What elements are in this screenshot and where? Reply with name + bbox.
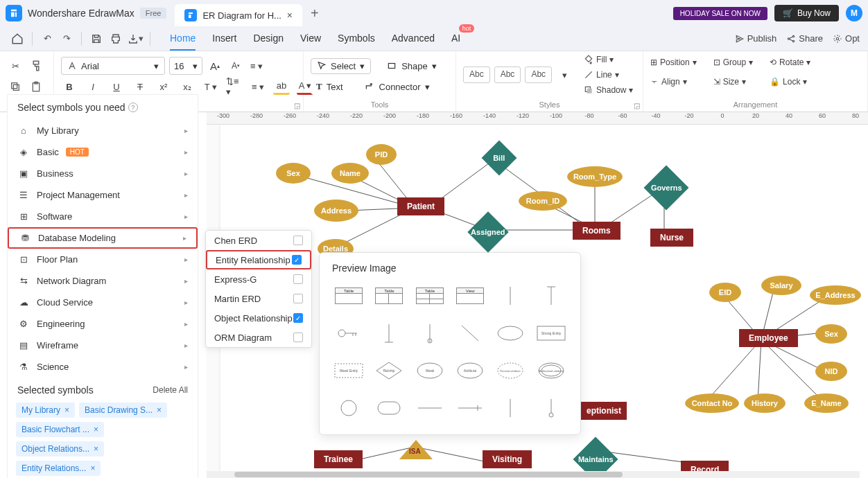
entity-visiting[interactable]: Visiting bbox=[483, 450, 532, 468]
preview-view[interactable]: View bbox=[453, 283, 487, 308]
select-tool[interactable]: Select ▾ bbox=[311, 58, 371, 74]
attr-roomid[interactable]: Room_ID bbox=[519, 191, 567, 211]
underline-icon[interactable]: U bbox=[108, 78, 125, 95]
line-spacing-icon[interactable]: ⇅≡ ▾ bbox=[226, 78, 243, 95]
line-button[interactable]: Line ▾ bbox=[584, 68, 633, 82]
print-icon[interactable] bbox=[107, 30, 125, 48]
tag-my-library[interactable]: My Library× bbox=[16, 402, 75, 418]
preview-table1[interactable]: Table bbox=[332, 283, 365, 308]
submenu-entity-relationship[interactable]: Entity Relationship✓ bbox=[206, 250, 311, 269]
style-preset-2[interactable]: Abc bbox=[494, 67, 521, 83]
shape-tool[interactable]: Shape ▾ bbox=[381, 59, 442, 73]
entity-trainee[interactable]: Trainee bbox=[314, 450, 363, 468]
tab-design[interactable]: Design bbox=[253, 27, 284, 51]
remove-tag-icon[interactable]: × bbox=[64, 405, 69, 415]
publish-button[interactable]: Publish bbox=[735, 33, 777, 44]
preview-weak-entity[interactable]: Weak Entity bbox=[332, 358, 365, 383]
preview-relship[interactable]: Relship bbox=[372, 358, 406, 383]
tag-entity-relations[interactable]: Entity Relations...× bbox=[16, 461, 101, 476]
user-avatar[interactable]: M bbox=[846, 5, 862, 21]
preview-attribute[interactable]: Attribute bbox=[453, 358, 487, 383]
remove-tag-icon[interactable]: × bbox=[157, 405, 162, 415]
style-preset-3[interactable]: Abc bbox=[525, 67, 552, 83]
preview-line1[interactable] bbox=[494, 283, 527, 308]
attr-contact[interactable]: Contact No bbox=[685, 393, 739, 413]
share-button[interactable]: Share bbox=[786, 33, 823, 44]
new-tab-button[interactable]: + bbox=[311, 6, 319, 21]
category-business[interactable]: ▣Business▸ bbox=[8, 163, 198, 184]
align-icon[interactable]: ≡ ▾ bbox=[248, 57, 265, 74]
preview-hline-bar[interactable] bbox=[453, 396, 487, 421]
font-dialog-launcher[interactable]: ◲ bbox=[294, 102, 300, 109]
category-cloud-service[interactable]: ☁Cloud Service▸ bbox=[8, 292, 198, 313]
tab-symbols[interactable]: Symbols bbox=[338, 27, 375, 51]
entity-patient[interactable]: Patient bbox=[397, 197, 444, 215]
remove-tag-icon[interactable]: × bbox=[94, 425, 98, 434]
format-painter-icon[interactable] bbox=[28, 57, 44, 74]
category-project-management[interactable]: ☰Project Management▸ bbox=[8, 184, 198, 206]
submenu-object-relationship[interactable]: Object Relationship✓ bbox=[206, 308, 311, 328]
case-icon[interactable]: T ▾ bbox=[202, 78, 219, 95]
preview-line4[interactable] bbox=[413, 321, 446, 346]
strikethrough-icon[interactable]: T bbox=[132, 78, 148, 95]
rel-maintains[interactable]: Maintains bbox=[573, 436, 618, 471]
lock-button[interactable]: 🔒 Lock▾ bbox=[770, 75, 810, 89]
category-wireframe[interactable]: ▤Wireframe▸ bbox=[8, 335, 198, 356]
highlight-icon[interactable]: ab bbox=[273, 78, 290, 95]
attr-name[interactable]: Name bbox=[331, 163, 369, 184]
help-icon[interactable]: ? bbox=[128, 103, 138, 112]
buy-now-button[interactable]: 🛒 Buy Now bbox=[774, 5, 839, 21]
preview-key[interactable] bbox=[332, 321, 365, 346]
rel-assigned[interactable]: Assigned bbox=[467, 211, 508, 252]
preview-multi[interactable]: Multivalued attribute bbox=[535, 358, 568, 383]
submenu-chen-erd[interactable]: Chen ERD bbox=[206, 231, 311, 250]
font-family-select[interactable]: Arial▾ bbox=[61, 57, 165, 75]
category-floor-plan[interactable]: ⊡Floor Plan▸ bbox=[8, 249, 198, 270]
preview-vline[interactable] bbox=[494, 396, 527, 421]
submenu-orm-diagram[interactable]: ORM Diagram bbox=[206, 328, 311, 347]
sale-banner[interactable]: HOLIDAY SALE ON NOW bbox=[673, 7, 767, 20]
attr-ename[interactable]: E_Name bbox=[804, 393, 849, 413]
increase-font-icon[interactable]: A▴ bbox=[207, 57, 223, 74]
remove-tag-icon[interactable]: × bbox=[90, 463, 95, 473]
entity-nurse[interactable]: Nurse bbox=[650, 229, 693, 247]
tag-basic-flowchart[interactable]: Basic Flowchart ...× bbox=[16, 422, 104, 437]
align-button[interactable]: ⫟ Align▾ bbox=[650, 75, 697, 89]
bullets-icon[interactable]: ≡ ▾ bbox=[250, 78, 266, 95]
remove-tag-icon[interactable]: × bbox=[94, 444, 98, 454]
preview-line2[interactable] bbox=[535, 283, 568, 308]
attr-esex[interactable]: Sex bbox=[815, 324, 847, 344]
preview-rounded[interactable] bbox=[372, 396, 406, 421]
entity-employee[interactable]: Employee bbox=[739, 329, 798, 347]
tab-view[interactable]: View bbox=[300, 27, 321, 51]
preview-strong-entity[interactable]: Strong Entity bbox=[535, 321, 568, 346]
save-icon[interactable] bbox=[87, 30, 105, 48]
attr-eaddress[interactable]: E_Address bbox=[810, 285, 861, 305]
horizontal-scrollbar[interactable] bbox=[207, 471, 860, 478]
category-engineering[interactable]: ⚙Engineering▸ bbox=[8, 313, 198, 335]
export-icon[interactable]: ▾ bbox=[126, 30, 144, 48]
styles-dialog-launcher[interactable]: ◲ bbox=[634, 102, 640, 109]
tab-advanced[interactable]: Advanced bbox=[392, 27, 435, 51]
category-science[interactable]: ⚗Science▸ bbox=[8, 356, 198, 378]
preview-ellipse[interactable] bbox=[494, 321, 527, 346]
copy-icon[interactable] bbox=[7, 78, 24, 95]
category-my-library[interactable]: ⌂My Library▸ bbox=[8, 120, 198, 141]
tag-object-relations[interactable]: Object Relations...× bbox=[16, 441, 104, 457]
attr-history[interactable]: History bbox=[744, 393, 785, 413]
preview-vline-circle[interactable] bbox=[535, 396, 568, 421]
preview-table2[interactable]: Table bbox=[372, 283, 406, 308]
options-button[interactable]: Opt bbox=[833, 33, 860, 44]
cut-icon[interactable]: ✂ bbox=[7, 57, 24, 74]
preview-hline[interactable] bbox=[413, 396, 446, 421]
redo-icon[interactable]: ↷ bbox=[58, 30, 76, 48]
submenu-express-g[interactable]: Express-G bbox=[206, 269, 311, 289]
fill-button[interactable]: Fill ▾ bbox=[584, 53, 633, 67]
home-icon[interactable] bbox=[8, 30, 26, 48]
undo-icon[interactable]: ↶ bbox=[38, 30, 56, 48]
rel-bill[interactable]: Bill bbox=[482, 141, 517, 176]
rel-governs[interactable]: Governs bbox=[643, 165, 688, 210]
attr-roomtype[interactable]: Room_Type bbox=[567, 166, 623, 187]
shadow-button[interactable]: Shadow ▾ bbox=[584, 83, 633, 97]
preview-table3[interactable]: Table bbox=[413, 283, 446, 308]
